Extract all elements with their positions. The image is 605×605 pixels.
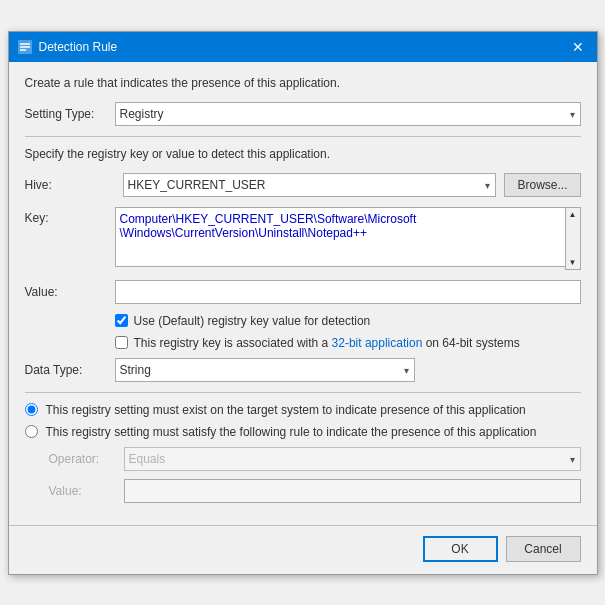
title-bar-left: Detection Rule bbox=[17, 39, 118, 55]
data-type-select[interactable]: String Integer Version bbox=[115, 358, 415, 382]
operator-select-wrapper: Equals bbox=[124, 447, 581, 471]
dialog-icon bbox=[17, 39, 33, 55]
dialog-title: Detection Rule bbox=[39, 40, 118, 54]
radio2-row: This registry setting must satisfy the f… bbox=[25, 425, 581, 439]
browse-button[interactable]: Browse... bbox=[504, 173, 580, 197]
key-textarea[interactable]: Computer\HKEY_CURRENT_USER\Software\Micr… bbox=[115, 207, 581, 267]
checkbox1-label: Use (Default) registry key value for det… bbox=[134, 314, 371, 328]
hive-row: Hive: HKEY_CURRENT_USER HKEY_LOCAL_MACHI… bbox=[25, 173, 581, 197]
indented-fields: Operator: Equals Value: bbox=[25, 447, 581, 503]
value-row: Value: bbox=[25, 280, 581, 304]
setting-type-select-wrapper: Registry File System MSI bbox=[115, 102, 581, 126]
cancel-button[interactable]: Cancel bbox=[506, 536, 581, 562]
dialog-body: Create a rule that indicates the presenc… bbox=[9, 62, 597, 525]
indented-value-label: Value: bbox=[49, 484, 124, 498]
data-type-label: Data Type: bbox=[25, 363, 115, 377]
checkbox1-row: Use (Default) registry key value for det… bbox=[25, 314, 581, 328]
value-label: Value: bbox=[25, 285, 115, 299]
operator-select[interactable]: Equals bbox=[124, 447, 581, 471]
checkbox2[interactable] bbox=[115, 336, 128, 349]
key-row: Key: Computer\HKEY_CURRENT_USER\Software… bbox=[25, 207, 581, 270]
operator-label: Operator: bbox=[49, 452, 124, 466]
radio1-label: This registry setting must exist on the … bbox=[46, 403, 526, 417]
setting-type-row: Setting Type: Registry File System MSI bbox=[25, 102, 581, 126]
key-scrollbar[interactable]: ▲ ▼ bbox=[565, 207, 581, 270]
radio-section: This registry setting must exist on the … bbox=[25, 403, 581, 503]
operator-row: Operator: Equals bbox=[49, 447, 581, 471]
ok-button[interactable]: OK bbox=[423, 536, 498, 562]
setting-type-label: Setting Type: bbox=[25, 107, 115, 121]
checkbox2-label: This registry key is associated with a 3… bbox=[134, 336, 520, 350]
radio1[interactable] bbox=[25, 403, 38, 416]
title-bar: Detection Rule ✕ bbox=[9, 32, 597, 62]
radio2-label: This registry setting must satisfy the f… bbox=[46, 425, 537, 439]
value-input[interactable] bbox=[115, 280, 581, 304]
setting-type-select[interactable]: Registry File System MSI bbox=[115, 102, 581, 126]
checkbox1[interactable] bbox=[115, 314, 128, 327]
divider-1 bbox=[25, 136, 581, 137]
hive-label: Hive: bbox=[25, 178, 115, 192]
detection-rule-dialog: Detection Rule ✕ Create a rule that indi… bbox=[8, 31, 598, 575]
radio1-row: This registry setting must exist on the … bbox=[25, 403, 581, 417]
scroll-down-icon: ▼ bbox=[569, 258, 577, 267]
button-row: OK Cancel bbox=[9, 525, 597, 574]
key-textarea-container: Computer\HKEY_CURRENT_USER\Software\Micr… bbox=[115, 207, 581, 270]
key-label: Key: bbox=[25, 207, 115, 225]
data-type-row: Data Type: String Integer Version bbox=[25, 358, 581, 382]
top-description: Create a rule that indicates the presenc… bbox=[25, 76, 581, 90]
registry-section-desc: Specify the registry key or value to det… bbox=[25, 147, 581, 161]
hive-select[interactable]: HKEY_CURRENT_USER HKEY_LOCAL_MACHINE HKE… bbox=[123, 173, 497, 197]
radio2[interactable] bbox=[25, 425, 38, 438]
indented-value-input[interactable] bbox=[124, 479, 581, 503]
scroll-up-icon: ▲ bbox=[569, 210, 577, 219]
checkbox2-row: This registry key is associated with a 3… bbox=[25, 336, 581, 350]
divider-2 bbox=[25, 392, 581, 393]
hive-select-wrapper: HKEY_CURRENT_USER HKEY_LOCAL_MACHINE HKE… bbox=[123, 173, 497, 197]
close-button[interactable]: ✕ bbox=[567, 36, 589, 58]
indented-value-row: Value: bbox=[49, 479, 581, 503]
data-type-select-wrapper: String Integer Version bbox=[115, 358, 415, 382]
32bit-link: 32-bit application bbox=[332, 336, 423, 350]
